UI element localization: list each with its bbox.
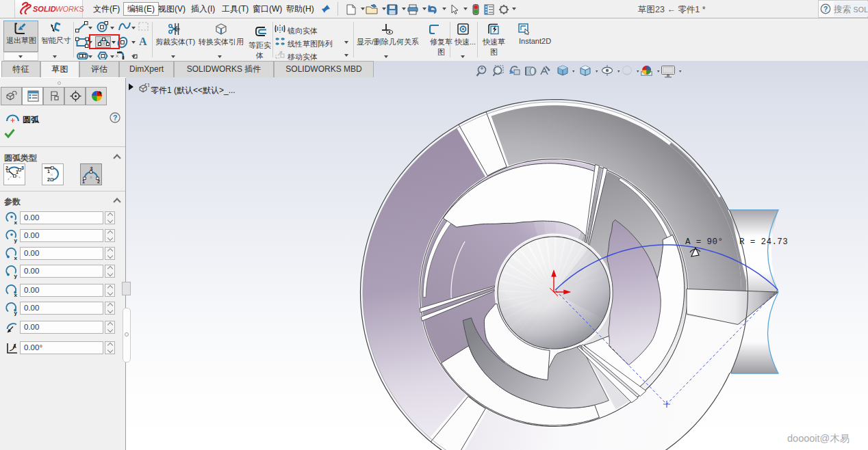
svg-text:A: A xyxy=(13,343,17,349)
svg-text:x: x xyxy=(14,292,18,298)
svg-text:A = 90° R = 24.73: A = 90° R = 24.73 xyxy=(685,237,788,247)
svg-text:?: ? xyxy=(824,5,828,13)
svg-text:y: y xyxy=(14,310,18,316)
svg-text:A: A xyxy=(139,36,147,47)
svg-text:y: y xyxy=(14,273,18,279)
svg-text:SOLID: SOLID xyxy=(33,5,56,13)
svg-text:WORKS: WORKS xyxy=(55,5,84,13)
svg-text:x: x xyxy=(14,220,18,226)
svg-text:x: x xyxy=(14,255,18,261)
svg-text:y: y xyxy=(14,237,18,243)
